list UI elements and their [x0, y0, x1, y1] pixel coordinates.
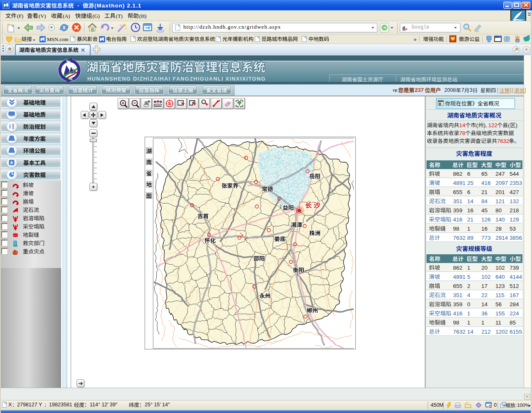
svg-text:?: ? — [157, 100, 159, 104]
svg-text:S: S — [168, 101, 171, 106]
